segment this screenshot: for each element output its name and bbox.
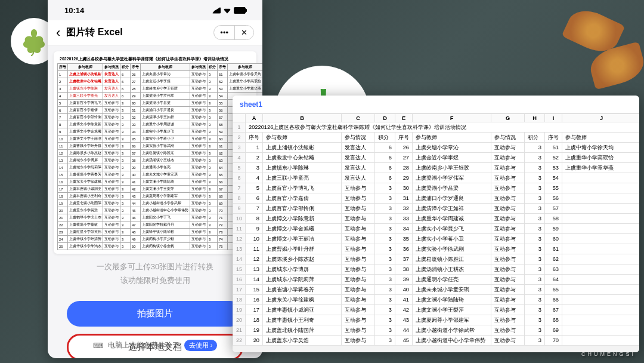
take-photo-button[interactable]: 拍摄图片 [67, 301, 243, 327]
titlebar: ‹ 图片转 Excel ••• ✕ [48, 20, 262, 45]
close-button[interactable]: ✕ [235, 26, 253, 39]
footer-bar: ⌨ 电脑上也能免费体验了 去使用 › ✕ [48, 340, 262, 351]
hint-text: 一次最多可上传30张图片进行转换 该功能限时免费使用 [48, 260, 262, 288]
status-bar: 10:14 [48, 0, 262, 20]
wifi-icon [223, 7, 231, 14]
sheet-scroll[interactable]: ABCDEFGHIJKLMN120220126上虞区各校参与馨火学堂杜馨科学课陈… [233, 113, 639, 345]
pc-icon: ⌨ [93, 342, 103, 350]
horizontal-scrollbar[interactable] [233, 345, 639, 352]
scan-table: 序号参与教师参与情况积分序号参与教师参与情况积分序号参与教师参与情况积分1上虞上… [57, 63, 262, 250]
footer-text: 电脑上也能免费体验了 [108, 340, 179, 350]
preview-scan[interactable]: 20220126上虞区各校参与馨火学堂杜馨科学课陈耀《如何让学生喜欢科学课》培训… [54, 51, 256, 254]
signal-icon [212, 7, 221, 14]
more-button[interactable]: ••• [214, 26, 235, 39]
clock: 10:14 [64, 6, 84, 15]
phone-panel: 10:14 ‹ 图片转 Excel ••• ✕ 20220126上虞区各校参与馨… [48, 0, 262, 358]
battery-icon [234, 7, 246, 14]
sheet-tab[interactable]: sheet1 [240, 100, 262, 109]
page-title: 图片转 Excel [66, 26, 208, 39]
spreadsheet[interactable]: ABCDEFGHIJKLMN120220126上虞区各校参与馨火学堂杜馨科学课陈… [233, 113, 639, 345]
go-use-button[interactable]: 去使用 › [184, 340, 218, 351]
scan-title: 20220126上虞区各校参与馨火学堂杜馨科学课陈耀《如何让学生喜欢科学课》培训… [57, 55, 253, 63]
excel-viewer: sheet1 ABCDEFGHIJKLMN120220126上虞区各校参与馨火学… [233, 96, 639, 352]
back-button[interactable]: ‹ [56, 25, 60, 41]
